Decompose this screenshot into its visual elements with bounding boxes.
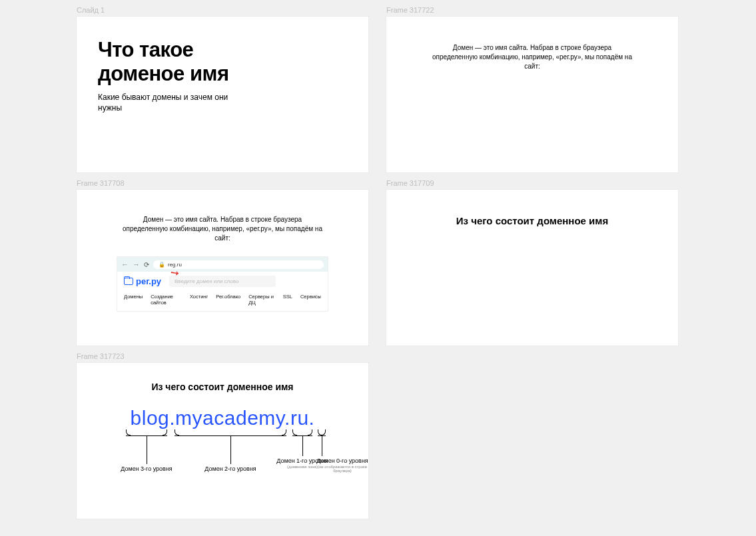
frame-label-317723: Frame 317723	[77, 352, 125, 360]
back-icon: ←	[121, 260, 129, 268]
address-bar: 🔒 reg.ru	[153, 260, 324, 269]
slide2-text: Домен — это имя сайта. Набрав в строке б…	[432, 43, 632, 71]
lock-icon: 🔒	[159, 262, 165, 268]
slide5-title: Из чего состоит доменное имя	[77, 382, 368, 392]
forward-icon: →	[133, 260, 140, 268]
frame-label-317709: Frame 317709	[386, 179, 434, 187]
level0-label: Домен 0-го уровня (не отображается в стр…	[316, 457, 369, 473]
menu-item: Домены	[124, 294, 143, 306]
domain-diagram: Домен 3-го уровня Домен 2-го уровня Доме…	[89, 431, 356, 491]
slide3-text: Домен — это имя сайта. Набрав в строке б…	[123, 215, 322, 243]
frame-slide1[interactable]: Что такое доменое имя Какие бывают домен…	[77, 17, 368, 172]
frame-label-317708: Frame 317708	[77, 179, 125, 187]
frame-317723[interactable]: Из чего состоит доменное имя blog.myacad…	[77, 363, 368, 519]
browser-mock: ← → ⟳ 🔒 reg.ru ➘ рег.ру Введите домен ил…	[117, 256, 328, 312]
frame-label-317722: Frame 317722	[386, 6, 434, 14]
slide1-title: Что такое доменое имя	[98, 38, 347, 85]
slide4-title: Из чего состоит доменное имя	[386, 215, 678, 226]
level3-label: Домен 3-го уровня	[120, 465, 173, 473]
level2-label: Домен 2-го уровня	[204, 465, 257, 473]
site-menu: Домены Создание сайтов Хостинг Рег.облак…	[117, 291, 328, 311]
frame-317708[interactable]: Домен — это имя сайта. Набрав в строке б…	[77, 190, 368, 346]
menu-item: Рег.облако	[216, 294, 240, 306]
frame-317709[interactable]: Из чего состоит доменное имя	[386, 190, 678, 346]
reload-icon: ⟳	[144, 261, 149, 268]
figma-canvas[interactable]: Слайд 1 Что такое доменое имя Какие быва…	[0, 0, 756, 536]
regru-logo: рег.ру	[124, 276, 161, 286]
menu-item: Создание сайтов	[151, 294, 182, 306]
menu-item: Сервисы	[300, 294, 321, 306]
menu-item: Хостинг	[190, 294, 208, 306]
browser-toolbar: ← → ⟳ 🔒 reg.ru	[117, 257, 328, 272]
frame-label-slide1: Слайд 1	[77, 6, 105, 14]
menu-item: Серверы и ДЦ	[248, 294, 275, 306]
frame-317722[interactable]: Домен — это имя сайта. Набрав в строке б…	[386, 17, 678, 172]
slide1-subtitle: Какие бывают домены и зачем они нужны	[98, 92, 251, 113]
domain-search-box: Введите домен или слово	[169, 276, 276, 287]
folder-icon	[124, 278, 133, 285]
menu-item: SSL	[283, 294, 292, 306]
domain-example: blog.myacademy.ru.	[77, 407, 368, 429]
